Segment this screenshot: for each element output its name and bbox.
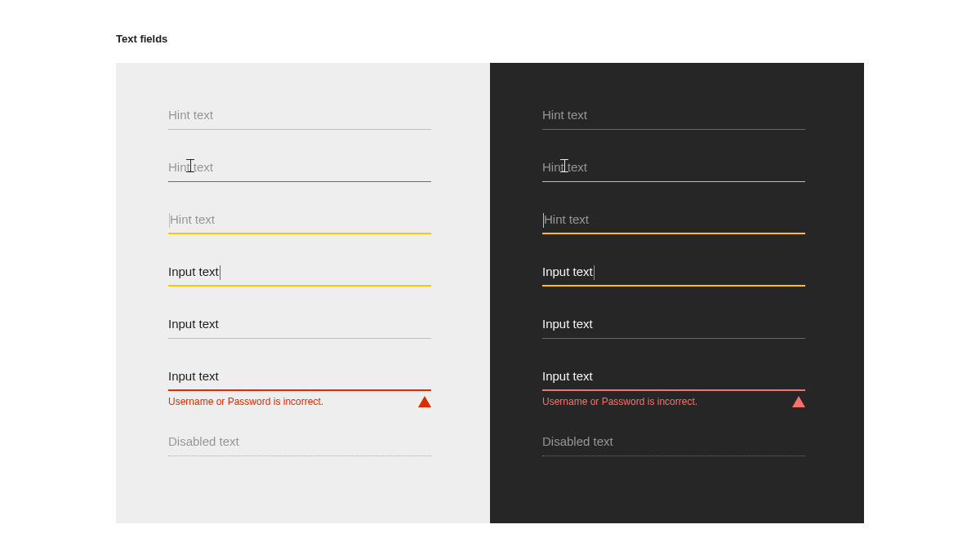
textfield-disabled: Disabled text [542, 430, 812, 466]
caret-icon [220, 265, 220, 280]
panels: Hint text Hint text Hint text [116, 63, 864, 523]
underline [542, 338, 805, 339]
input-value: Input text [168, 368, 219, 384]
input-value: Input text [168, 316, 219, 332]
input-value: Input text [542, 264, 593, 280]
placeholder: Hint text [168, 107, 213, 123]
underline [168, 285, 431, 287]
warning-icon [418, 396, 431, 407]
textfield-hover[interactable]: Hint text [168, 156, 438, 192]
underline [168, 233, 431, 234]
input-value: Disabled text [542, 433, 613, 450]
underline [542, 389, 805, 391]
textfield-filled[interactable]: Input text [168, 313, 438, 349]
error-message: Username or Password is incorrect. [168, 396, 323, 407]
textfield-focus[interactable]: Input text [542, 260, 812, 296]
textfield-filled[interactable]: Input text [542, 313, 812, 349]
textfield-error[interactable]: Input text Username or Password is incor… [168, 365, 438, 414]
placeholder: Hint text [170, 211, 215, 228]
input-value: Input text [542, 316, 593, 332]
input-value: Input text [542, 368, 593, 384]
textfield-error[interactable]: Input text Username or Password is incor… [542, 365, 812, 414]
input-value: Disabled text [168, 433, 239, 450]
underline [168, 181, 431, 182]
error-message: Username or Password is incorrect. [542, 396, 697, 407]
underline [168, 338, 431, 339]
placeholder: Hint text [542, 159, 587, 176]
textfield-press[interactable]: Hint text [168, 208, 438, 244]
input-value: Input text [168, 264, 219, 280]
textfield-disabled: Disabled text [168, 430, 438, 466]
placeholder: Hint text [542, 107, 587, 123]
placeholder: Hint text [544, 211, 589, 228]
underline [542, 285, 805, 287]
underline [542, 233, 805, 234]
underline [168, 389, 431, 391]
warning-icon [792, 396, 805, 407]
panel-light: Hint text Hint text Hint text [116, 63, 490, 523]
textfield-idle[interactable]: Hint text [542, 104, 812, 140]
section-title: Text fields [116, 33, 864, 45]
underline [542, 456, 805, 456]
textfield-idle[interactable]: Hint text [168, 104, 438, 140]
placeholder: Hint text [168, 159, 213, 176]
underline [542, 129, 805, 130]
textfield-hover[interactable]: Hint text [542, 156, 812, 192]
underline [168, 129, 431, 130]
panel-dark: Hint text Hint text Hint text [490, 63, 864, 523]
textfield-press[interactable]: Hint text [542, 208, 812, 244]
underline [168, 456, 431, 456]
textfield-focus[interactable]: Input text [168, 260, 438, 296]
caret-icon [594, 265, 595, 280]
underline [542, 181, 805, 182]
